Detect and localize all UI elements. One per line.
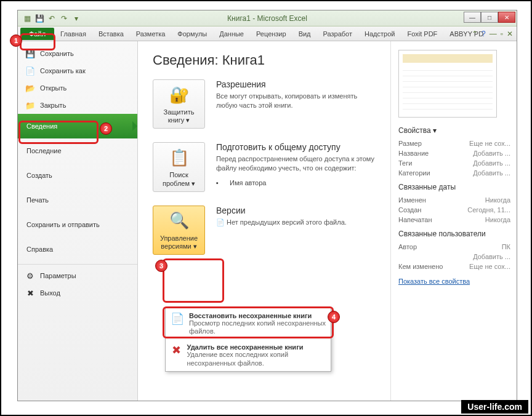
section-prepare: 📋 Поиск проблем ▾ Подготовить к общему д… (153, 142, 378, 191)
prop-value: Никогда (485, 196, 510, 204)
collapse-ribbon-icon[interactable]: ⌃ (472, 30, 478, 38)
tab-file[interactable]: Файл (20, 28, 54, 40)
dropdown-item-desc: Просмотр последних копий несохраненных ф… (189, 319, 326, 335)
prop-key: Автор (398, 243, 417, 250)
prop-value[interactable]: Добавить ... (473, 169, 510, 177)
tab-foxit[interactable]: Foxit PDF (401, 28, 443, 39)
sidebar-item-label: Печать (26, 196, 49, 204)
add-author[interactable]: Добавить ... (473, 253, 510, 260)
properties-heading[interactable]: Свойства ▾ (398, 126, 510, 135)
window-controls: — □ ✕ (464, 12, 515, 23)
undo-icon[interactable]: ↶ (46, 13, 57, 24)
delete-file-icon: ✖ (171, 343, 182, 367)
show-all-properties-link[interactable]: Показать все свойства (398, 278, 470, 285)
section-text: Нет предыдущих версий этого файла. (227, 218, 347, 226)
sidebar-item-label: Сохранить и отправить (26, 221, 100, 228)
watermark: User-life.com (461, 400, 528, 414)
folder-open-icon: 📂 (25, 83, 35, 93)
sidebar-item-label: Сохранить как (40, 67, 86, 74)
window-title: Книга1 - Microsoft Excel (227, 14, 307, 23)
ribbon-tabs: Файл Главная Вставка Разметка Формулы Да… (18, 26, 517, 41)
section-text: Все могут открывать, копировать и изменя… (216, 92, 378, 110)
restore-win-icon[interactable]: ▫ (501, 30, 503, 38)
tab-review[interactable]: Рецензир (250, 28, 292, 39)
prop-value[interactable]: Добавить ... (473, 159, 510, 167)
annotation-badge: 4 (328, 311, 340, 323)
sidebar-item-label: Сведения (26, 122, 57, 130)
recover-unsaved-item[interactable]: 📄 Восстановить несохраненные книги Просм… (166, 308, 331, 340)
sidebar-save[interactable]: 💾Сохранить (18, 45, 137, 62)
prop-value: ПК (502, 243, 510, 250)
lock-key-icon: 🔐 (168, 84, 190, 106)
section-title: Разрешения (216, 79, 378, 89)
inspect-icon: 📋 (168, 146, 190, 169)
sidebar-open[interactable]: 📂Открыть (18, 79, 137, 97)
properties-panel: Свойства ▾ РазмерЕще не сох... НазваниеД… (390, 41, 517, 401)
manage-versions-dropdown: 📄 Восстановить несохраненные книги Просм… (165, 308, 331, 372)
sidebar-new[interactable]: Создать (18, 163, 137, 188)
save-icon[interactable]: 💾 (34, 13, 45, 24)
dropdown-item-title: Удалить все несохраненные книги (187, 343, 326, 351)
manage-versions-button[interactable]: 🔍 Управление версиями ▾ (153, 206, 205, 255)
tab-view[interactable]: Вид (292, 28, 317, 39)
annotation-badge: 2 (100, 122, 112, 135)
recover-file-icon: 📄 (171, 312, 184, 335)
maximize-button[interactable]: □ (481, 12, 498, 23)
tab-developer[interactable]: Разработ (317, 28, 358, 39)
tab-insert[interactable]: Вставка (92, 28, 130, 39)
section-permissions: 🔐 Защитить книгу ▾ Разрешения Все могут … (153, 79, 378, 129)
section-title: Версии (216, 206, 378, 215)
tab-addins[interactable]: Надстрой (358, 28, 401, 39)
min-win-icon[interactable]: — (490, 30, 497, 38)
close-button[interactable]: ✕ (498, 12, 515, 23)
prop-key: Название (398, 150, 429, 157)
sidebar-help[interactable]: Справка (18, 237, 137, 262)
saveas-icon: 📄 (25, 66, 35, 76)
excel-icon: ▦ (22, 13, 33, 24)
sidebar-saveas[interactable]: 📄Сохранить как (18, 62, 137, 79)
sidebar-close[interactable]: 📁Закрыть (18, 97, 137, 114)
qat-more-icon[interactable]: ▾ (71, 13, 82, 24)
minimize-button[interactable]: — (464, 12, 481, 23)
delete-unsaved-item[interactable]: ✖ Удалить все несохраненные книги Удален… (166, 340, 331, 370)
exit-icon: ✖ (25, 288, 35, 298)
section-title: Подготовить к общему доступу (216, 142, 378, 152)
check-issues-button[interactable]: 📋 Поиск проблем ▾ (153, 142, 205, 191)
quick-access-toolbar: ▦ 💾 ↶ ↷ ▾ (18, 13, 82, 24)
prop-key: Теги (398, 159, 412, 167)
prop-value: Никогда (485, 216, 510, 223)
sidebar-item-label: Закрыть (40, 102, 66, 109)
titlebar: ▦ 💾 ↶ ↷ ▾ Книга1 - Microsoft Excel — □ ✕ (18, 10, 517, 26)
prop-key: Размер (398, 140, 422, 147)
document-thumbnail (398, 50, 497, 118)
section-versions: 🔍 Управление версиями ▾ Версии 📄 Нет пре… (153, 206, 378, 255)
button-label: Управление версиями ▾ (156, 234, 202, 250)
protect-workbook-button[interactable]: 🔐 Защитить книгу ▾ (153, 79, 205, 129)
button-label: Защитить книгу ▾ (156, 108, 202, 124)
dropdown-item-desc: Удаление всех последних копий несохранен… (187, 351, 326, 367)
tab-data[interactable]: Данные (213, 28, 250, 39)
prop-key: Напечатан (398, 216, 432, 223)
redo-icon[interactable]: ↷ (58, 13, 70, 24)
sidebar-item-label: Параметры (40, 272, 76, 279)
close-win-icon[interactable]: ✕ (507, 30, 513, 38)
sidebar-options[interactable]: ⚙Параметры (18, 267, 137, 284)
tab-formulas[interactable]: Формулы (171, 28, 213, 39)
folder-close-icon: 📁 (25, 100, 35, 110)
versions-icon: 🔍 (168, 210, 190, 232)
sidebar-item-label: Сохранить (40, 50, 74, 57)
tab-home[interactable]: Главная (54, 28, 92, 39)
prop-value: Еще не сох... (469, 140, 510, 147)
tab-pagelayout[interactable]: Разметка (130, 28, 172, 39)
sidebar-recent[interactable]: Последние (18, 138, 137, 163)
dates-heading: Связанные даты (398, 183, 510, 191)
sidebar-print[interactable]: Печать (18, 188, 137, 212)
sidebar-share[interactable]: Сохранить и отправить (18, 212, 137, 237)
version-file-icon: 📄 (216, 218, 227, 226)
sidebar-info[interactable]: Сведения (18, 114, 137, 138)
prop-value[interactable]: Добавить ... (473, 150, 510, 157)
help-icon[interactable]: ? (482, 30, 486, 38)
prop-value: Еще не сох... (469, 263, 510, 270)
sidebar-item-label: Создать (26, 172, 52, 179)
sidebar-exit[interactable]: ✖Выход (18, 284, 137, 302)
